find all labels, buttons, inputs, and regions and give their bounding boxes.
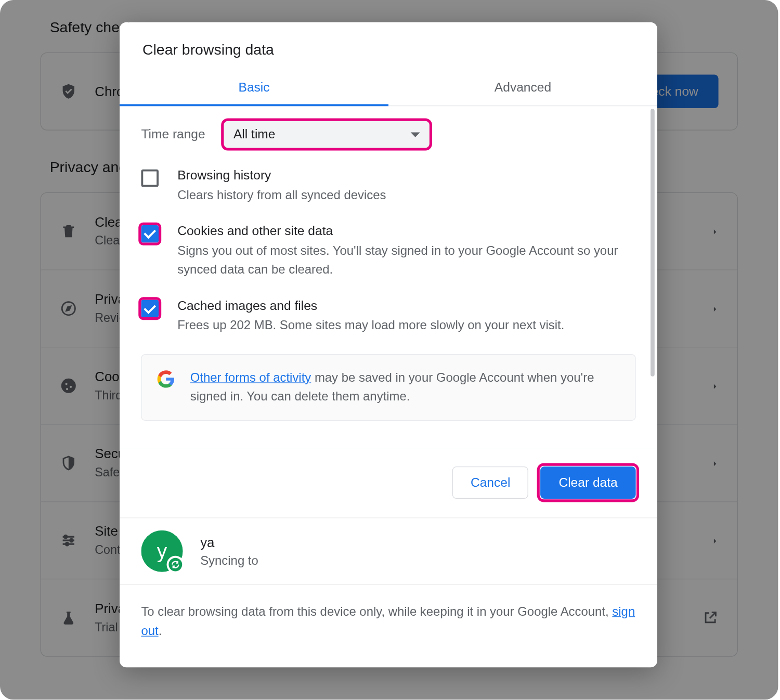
profile-name: ya: [200, 535, 258, 550]
time-range-select[interactable]: All time: [222, 118, 433, 150]
time-range-value: All time: [233, 127, 276, 141]
option-browsing-history[interactable]: Browsing history Clears history from all…: [141, 168, 635, 205]
profile-row: y ya Syncing to: [120, 517, 657, 585]
google-logo-icon: [157, 369, 175, 388]
sync-badge-icon: [167, 556, 185, 574]
profile-status: Syncing to: [200, 553, 258, 567]
avatar: y: [141, 530, 183, 572]
dropdown-arrow-icon: [411, 132, 420, 137]
checkbox-cookies[interactable]: [141, 225, 159, 243]
tab-advanced[interactable]: Advanced: [388, 71, 657, 106]
info-text: Other forms of activity may be saved in …: [190, 368, 620, 407]
checkbox-browsing-history[interactable]: [141, 170, 159, 187]
dialog-title: Clear browsing data: [120, 22, 657, 71]
tab-basic[interactable]: Basic: [120, 71, 388, 106]
scrollbar[interactable]: [651, 109, 655, 376]
clear-data-button[interactable]: Clear data: [541, 466, 636, 499]
time-range-label: Time range: [141, 127, 205, 141]
other-activity-link[interactable]: Other forms of activity: [190, 370, 311, 384]
dialog-body: Time range All time Browsing history Cle…: [120, 106, 657, 448]
footer-note: To clear browsing data from this device …: [120, 585, 657, 658]
option-cache[interactable]: Cached images and files Frees up 202 MB.…: [141, 299, 635, 335]
cancel-button[interactable]: Cancel: [452, 466, 528, 499]
checkbox-cache[interactable]: [141, 300, 159, 317]
google-activity-info: Other forms of activity may be saved in …: [141, 354, 635, 421]
clear-browsing-data-dialog: Clear browsing data Basic Advanced Time …: [120, 22, 657, 668]
option-cookies[interactable]: Cookies and other site data Signs you ou…: [141, 224, 635, 280]
dialog-actions: Cancel Clear data: [120, 448, 657, 517]
dialog-tabs: Basic Advanced: [120, 71, 657, 106]
